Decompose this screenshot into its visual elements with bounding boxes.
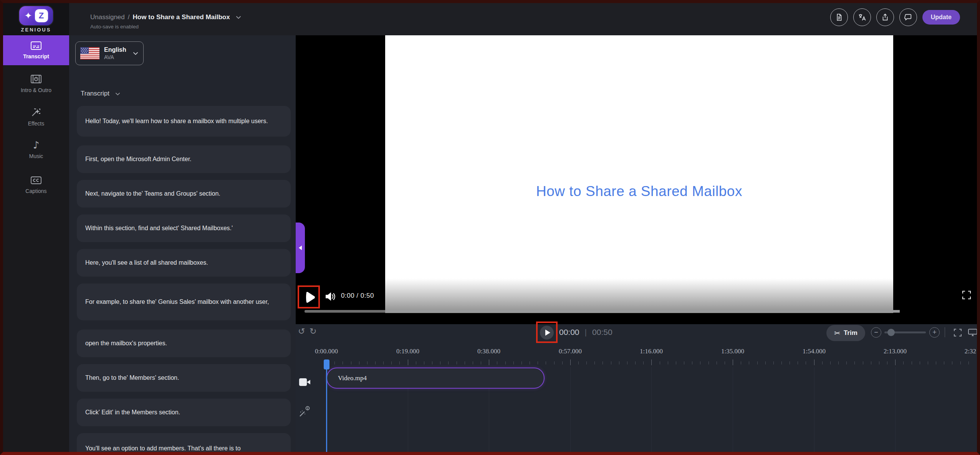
ruler-tick-minor [530,361,530,364]
current-time: 00:00 [559,328,579,337]
ruler-tick-minor [952,361,952,364]
sidebar-nav: Transcript Intro & Outro Effects [3,35,69,452]
transcript-segment[interactable]: Here, you'll see a list of all shared ma… [77,249,291,277]
ai-effects-track-icon[interactable] [298,406,312,419]
transcript-segment[interactable]: Within this section, find and select' Sh… [77,214,291,242]
translate-button[interactable] [853,8,871,26]
video-bottom-fade [385,279,893,313]
transcript-segment[interactable]: First, open the Microsoft Admin Center. [77,145,291,173]
transcript-segment[interactable]: Next, navigate to the' Teams and Groups'… [77,180,291,208]
panel-collapse-handle[interactable] [296,223,305,273]
video-progress-bar[interactable] [305,310,900,313]
breadcrumb-project[interactable]: Unassigned [90,13,125,21]
video-play-button[interactable] [301,288,319,306]
ruler-tick-minor [863,361,863,364]
ruler-tick-minor [424,361,424,364]
ruler-tick-minor [830,361,831,364]
ruler-tick-minor [668,361,668,364]
sidebar-item-music[interactable]: ♪ Music [3,137,69,162]
transcript-segment[interactable]: open the mailbox's properties. [77,330,291,357]
timeline-gridline [570,367,571,452]
language-selector[interactable]: English AVA [75,41,144,65]
timeline-clip-video[interactable]: Video.mp4 [326,368,545,389]
transcript-segment[interactable]: Then, go to the' Members' section. [77,364,291,392]
video-progress-loaded [385,310,900,313]
breadcrumb-separator: / [128,13,130,21]
ruler-tick-minor [497,361,497,364]
ruler-tick-minor [562,361,563,364]
timeline-zoom-slider[interactable] [884,331,926,333]
collapse-arrow-icon [299,246,302,250]
transcript-segment[interactable]: Click' Edit' in the Members section. [77,399,291,426]
sidebar-item-label: Effects [28,120,45,127]
trim-button[interactable]: ✂ Trim [826,325,865,341]
sidebar-item-effects[interactable]: Effects [3,104,69,129]
undo-button[interactable]: ↺ [298,326,305,336]
ruler-tick-minor [391,361,392,364]
volume-icon[interactable] [325,292,336,302]
logo-wordmark: ZENIOUS [3,27,69,33]
music-note-icon: ♪ [33,140,40,150]
chevron-down-icon[interactable] [235,14,242,20]
sidebar-item-label: Intro & Outro [21,87,51,93]
sidebar-item-transcript[interactable]: Transcript [3,35,69,65]
sidebar-item-label: Captions [25,188,46,194]
ruler-tick-minor [968,361,969,364]
ruler-tick-minor [521,361,522,364]
ruler-label: 2:32 [955,348,976,355]
zoom-in-button[interactable]: + [929,327,940,338]
play-icon [545,330,550,336]
ruler-tick-minor [781,361,782,364]
comments-button[interactable] [899,8,917,26]
ruler-tick-minor [773,361,774,364]
update-button[interactable]: Update [922,10,960,25]
segment-text: Then, go to the' Members' section. [85,373,179,382]
redo-button[interactable]: ↻ [310,326,316,336]
zoom-out-button[interactable]: − [871,327,881,338]
video-stage: How to Share a Shared Mailbox 0:00 / 0:5… [296,35,977,324]
preview-monitor-icon[interactable] [968,328,977,337]
fit-timeline-icon[interactable] [953,328,962,337]
ruler-tick-minor [871,361,871,364]
app-logo[interactable]: ✦ Z [19,6,53,25]
fullscreen-icon[interactable] [962,290,972,300]
ruler-tick-minor [554,361,555,364]
ruler-tick-minor [806,361,806,364]
ruler-tick-minor [465,361,465,364]
ruler-tick-major [814,359,814,365]
breadcrumb-title[interactable]: How to Share a Shared Mailbox [133,13,230,21]
script-button[interactable] [830,8,848,26]
segment-text: Next, navigate to the' Teams and Groups'… [85,189,220,198]
ruler-tick-minor [481,361,481,364]
timeline-play-button[interactable] [540,326,554,340]
video-time-display: 0:00 / 0:50 [341,292,374,300]
playhead-handle[interactable] [324,359,329,369]
transcript-segment[interactable]: Hello! Today, we'll learn how to share a… [77,106,291,137]
video-track-icon [299,378,311,387]
ruler-tick-minor [846,361,847,364]
transcript-segment[interactable]: You'll see an option to add members. Tha… [77,433,291,452]
sidebar-item-label: Music [29,153,43,159]
time-separator: | [585,328,587,337]
ruler-tick-minor [627,361,627,364]
transcript-section-toggle[interactable]: Transcript [81,90,121,97]
transcript-section-label: Transcript [81,90,109,97]
segment-text: You'll see an option to add members. Tha… [85,444,241,452]
transcript-segment[interactable]: For example, to share the' Genius Sales'… [77,284,291,320]
app-surface: ✦ Z ZENIOUS Unassigned / How to Share a … [3,3,977,452]
video-preview[interactable]: How to Share a Shared Mailbox [385,34,893,313]
ruler-tick-minor [838,361,839,364]
sidebar-item-captions[interactable]: Captions [3,173,69,197]
ruler-tick-minor [619,361,619,364]
app-window: ✦ Z ZENIOUS Unassigned / How to Share a … [0,0,980,455]
sidebar-item-label: Transcript [23,53,49,59]
header-actions: Update [830,8,960,26]
export-button[interactable] [876,8,894,26]
ruler-tick-minor [546,361,546,364]
segment-text: Hello! Today, we'll learn how to share a… [85,117,268,126]
ruler-tick-minor [798,361,798,364]
zoom-slider-knob[interactable] [887,329,895,336]
sidebar-item-intro-outro[interactable]: Intro & Outro [3,71,69,96]
ruler-tick-minor [383,361,384,364]
toolbar-divider [945,327,945,337]
